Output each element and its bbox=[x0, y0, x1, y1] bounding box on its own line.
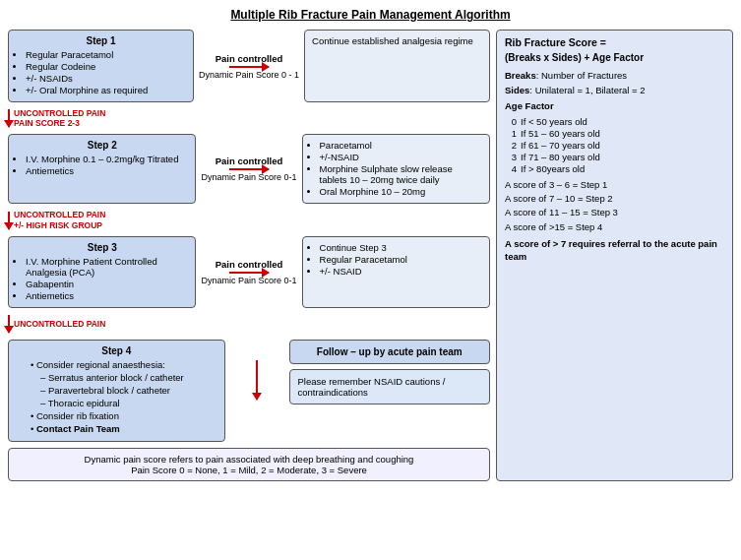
step1-title: Step 1 bbox=[16, 35, 186, 46]
list-item: Regular Paracetamol bbox=[320, 254, 482, 265]
arrow-down-3 bbox=[8, 314, 10, 334]
arrow-down-line-2 bbox=[8, 212, 10, 229]
outcome3-list: Continue Step 3 Regular Paracetamol +/- … bbox=[320, 242, 482, 277]
arrow-mid-2: Pain controlled Dynamic Pain Score 0-1 bbox=[201, 134, 296, 204]
score-step-4: A score of >15 = Step 4 bbox=[505, 220, 724, 233]
step3-box: Step 3 I.V. Morphine Patient Controlled … bbox=[8, 236, 196, 308]
list-item: Consider rib fixation bbox=[31, 410, 217, 421]
nsaid-box: Please remember NSAID cautions / contrai… bbox=[289, 369, 491, 404]
uncontrolled-text-1: UNCONTROLLED PAIN PAIN SCORE 2-3 bbox=[14, 108, 105, 128]
step4-row: Step 4 Consider regional anaesthesia: Se… bbox=[8, 340, 490, 442]
followup-box: Follow – up by acute pain team bbox=[289, 340, 491, 364]
score-step-3: A score of 11 – 15 = Step 3 bbox=[505, 206, 724, 218]
list-item: Oral Morphine 10 – 20mg bbox=[320, 186, 482, 197]
dynamic-pain-3: Dynamic Pain Score 0-1 bbox=[201, 276, 296, 285]
table-row: 2 If 61 – 70 years old bbox=[505, 140, 724, 151]
step3-list: I.V. Morphine Patient Controlled Analges… bbox=[26, 256, 188, 301]
score-box: Rib Fracture Score = (Breaks x Sides) + … bbox=[496, 30, 733, 481]
uncontrolled-banner-3: UNCONTROLLED PAIN bbox=[8, 312, 490, 336]
list-item: Gabapentin bbox=[26, 279, 188, 289]
table-row: 4 If > 80years old bbox=[505, 163, 724, 174]
arrow-line-3 bbox=[229, 272, 269, 274]
step4-title: Step 4 bbox=[16, 345, 217, 356]
list-item: +/- NSAID bbox=[320, 266, 482, 277]
table-row: 3 If 71 – 80 years old bbox=[505, 152, 724, 162]
arrow-down-4 bbox=[256, 359, 258, 401]
uncontrolled-banner-2: UNCONTROLLED PAIN +/- HIGH RISK GROUP bbox=[8, 208, 490, 231]
arrow-down-1 bbox=[8, 108, 10, 128]
footer-line1: Dynamic pain score refers to pain associ… bbox=[85, 454, 414, 465]
arrow-line-2 bbox=[229, 168, 269, 170]
list-item: Morphine Sulphate slow release tablets 1… bbox=[320, 163, 482, 185]
list-item: +/-NSAID bbox=[320, 152, 482, 162]
list-item: +/- NSAIDs bbox=[26, 73, 186, 84]
table-row: 1 If 51 – 60 years old bbox=[505, 128, 724, 139]
step3-row: Step 3 I.V. Morphine Patient Controlled … bbox=[8, 236, 490, 308]
arrow-down-2 bbox=[8, 211, 10, 230]
right-col: Rib Fracture Score = (Breaks x Sides) + … bbox=[496, 30, 733, 481]
pain-controlled-1: Pain controlled bbox=[216, 53, 283, 64]
uncontrolled-text-2: UNCONTROLLED PAIN +/- HIGH RISK GROUP bbox=[14, 210, 105, 229]
age-factor-label: Age Factor bbox=[505, 99, 724, 112]
score-table: 0 If < 50 years old 1 If 51 – 60 years o… bbox=[505, 116, 724, 174]
referral-note: A score of > 7 requires referral to the … bbox=[505, 237, 724, 264]
list-item: Antiemetics bbox=[26, 165, 188, 176]
list-item: +/- Oral Morphine as required bbox=[26, 85, 186, 95]
dynamic-pain-1: Dynamic Pain Score 0 - 1 bbox=[199, 70, 299, 80]
contact-pain-item: Contact Pain Team bbox=[31, 423, 217, 434]
outcome1-text: Continue established analgesia regime bbox=[312, 35, 473, 46]
arrow-mid-1: Pain controlled Dynamic Pain Score 0 - 1 bbox=[199, 30, 299, 102]
score-title: Rib Fracture Score = bbox=[505, 36, 724, 48]
step4-box: Step 4 Consider regional anaesthesia: Se… bbox=[8, 340, 225, 442]
breaks-text: Breaks: Number of Fractures bbox=[505, 69, 724, 82]
score-steps: A score of 3 – 6 = Step 1 A score of 7 –… bbox=[505, 178, 724, 233]
step1-list: Regular Paracetamol Regular Codeine +/- … bbox=[26, 49, 186, 95]
arrow-mid-3: Pain controlled Dynamic Pain Score 0-1 bbox=[201, 236, 296, 308]
list-item: Paravertebral block / catheter bbox=[31, 385, 217, 396]
outcome2-list: Paracetamol +/-NSAID Morphine Sulphate s… bbox=[320, 140, 482, 197]
outcome2-box: Paracetamol +/-NSAID Morphine Sulphate s… bbox=[302, 134, 490, 204]
step1-box: Step 1 Regular Paracetamol Regular Codei… bbox=[8, 30, 194, 102]
pain-controlled-3: Pain controlled bbox=[216, 259, 283, 270]
list-item: Regular Codeine bbox=[26, 61, 186, 72]
contact-pain-text: Contact Pain Team bbox=[36, 423, 120, 434]
dynamic-footer: Dynamic pain score refers to pain associ… bbox=[8, 448, 490, 481]
footer-line2: Pain Score 0 = None, 1 = Mild, 2 = Moder… bbox=[131, 465, 367, 475]
list-item: Regular Paracetamol bbox=[26, 49, 186, 60]
score-formula: (Breaks x Sides) + Age Factor bbox=[505, 52, 724, 63]
table-row: 0 If < 50 years old bbox=[505, 116, 724, 127]
step3-title: Step 3 bbox=[16, 242, 188, 253]
list-item: Paracetamol bbox=[320, 140, 482, 151]
outcome1-box: Continue established analgesia regime bbox=[304, 30, 490, 102]
page-title: Multiple Rib Fracture Pain Management Al… bbox=[8, 8, 733, 22]
step4-list: Consider regional anaesthesia: Serratus … bbox=[26, 359, 217, 434]
score-step-1: A score of 3 – 6 = Step 1 bbox=[505, 178, 724, 191]
arrow-down-line-4 bbox=[256, 360, 258, 400]
list-item: Consider regional anaesthesia: bbox=[31, 359, 217, 370]
list-item: Antiemetics bbox=[26, 290, 188, 301]
list-item: Thoracic epidural bbox=[31, 398, 217, 408]
pain-controlled-2: Pain controlled bbox=[216, 156, 283, 166]
list-item: Continue Step 3 bbox=[320, 242, 482, 253]
step2-title: Step 2 bbox=[16, 140, 188, 151]
uncontrolled-banner-1: UNCONTROLLED PAIN PAIN SCORE 2-3 bbox=[8, 106, 490, 130]
list-item: I.V. Morphine Patient Controlled Analges… bbox=[26, 256, 188, 278]
main-layout: Step 1 Regular Paracetamol Regular Codei… bbox=[8, 30, 733, 481]
arrow-line-1 bbox=[229, 66, 269, 68]
right-bottom: Follow – up by acute pain team Please re… bbox=[289, 340, 491, 442]
step2-list: I.V. Morphine 0.1 – 0.2mg/kg Titrated An… bbox=[26, 154, 188, 176]
arrow-down-line-3 bbox=[8, 315, 10, 333]
dynamic-pain-2: Dynamic Pain Score 0-1 bbox=[201, 172, 296, 182]
list-item: Serratus anterior block / catheter bbox=[31, 372, 217, 383]
step1-row: Step 1 Regular Paracetamol Regular Codei… bbox=[8, 30, 490, 102]
step2-box: Step 2 I.V. Morphine 0.1 – 0.2mg/kg Titr… bbox=[8, 134, 196, 204]
arrow-mid-4 bbox=[230, 340, 284, 442]
score-step-2: A score of 7 – 10 = Step 2 bbox=[505, 192, 724, 205]
arrow-down-line-1 bbox=[8, 109, 10, 127]
sides-text: Sides: Unilateral = 1, Bilateral = 2 bbox=[505, 84, 724, 96]
uncontrolled-text-3: UNCONTROLLED PAIN bbox=[14, 319, 105, 329]
outcome3-box: Continue Step 3 Regular Paracetamol +/- … bbox=[302, 236, 490, 308]
step2-row: Step 2 I.V. Morphine 0.1 – 0.2mg/kg Titr… bbox=[8, 134, 490, 204]
list-item: I.V. Morphine 0.1 – 0.2mg/kg Titrated bbox=[26, 154, 188, 164]
